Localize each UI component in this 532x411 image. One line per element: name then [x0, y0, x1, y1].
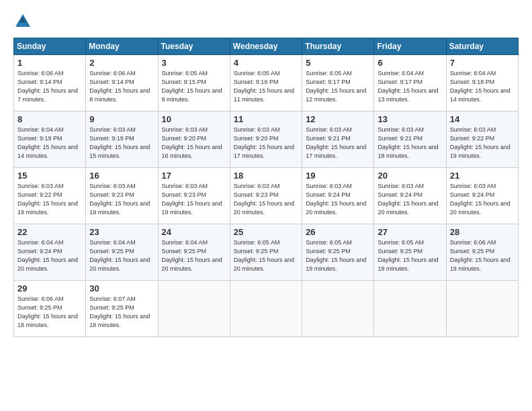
- calendar-cell: [374, 281, 446, 337]
- calendar-week-3: 15 Sunrise: 6:03 AM Sunset: 9:22 PM Dayl…: [14, 168, 519, 224]
- calendar-cell: 11 Sunrise: 6:03 AM Sunset: 9:20 PM Dayl…: [230, 111, 302, 168]
- day-info: Sunrise: 6:05 AM Sunset: 9:25 PM Dayligh…: [306, 238, 370, 273]
- day-info: Sunrise: 6:04 AM Sunset: 9:18 PM Dayligh…: [450, 69, 515, 104]
- calendar-cell: 23 Sunrise: 6:04 AM Sunset: 9:25 PM Dayl…: [86, 224, 158, 281]
- day-info: Sunrise: 6:03 AM Sunset: 9:23 PM Dayligh…: [89, 182, 154, 217]
- day-info: Sunrise: 6:04 AM Sunset: 9:17 PM Dayligh…: [378, 69, 442, 104]
- day-number: 1: [17, 58, 82, 68]
- calendar-cell: 29 Sunrise: 6:06 AM Sunset: 9:25 PM Dayl…: [14, 281, 86, 337]
- header: [13, 12, 519, 31]
- calendar-cell: 2 Sunrise: 6:06 AM Sunset: 9:14 PM Dayli…: [86, 55, 158, 111]
- day-number: 11: [234, 114, 298, 124]
- day-info: Sunrise: 6:03 AM Sunset: 9:21 PM Dayligh…: [306, 126, 370, 161]
- calendar-cell: [158, 281, 230, 337]
- day-info: Sunrise: 6:04 AM Sunset: 9:19 PM Dayligh…: [17, 126, 82, 161]
- calendar-cell: [302, 281, 374, 337]
- weekday-header-row: SundayMondayTuesdayWednesdayThursdayFrid…: [14, 38, 519, 55]
- day-info: Sunrise: 6:03 AM Sunset: 9:24 PM Dayligh…: [378, 182, 442, 217]
- day-info: Sunrise: 6:03 AM Sunset: 9:22 PM Dayligh…: [450, 126, 515, 161]
- day-number: 3: [162, 58, 226, 68]
- day-number: 30: [89, 283, 154, 293]
- calendar-cell: 26 Sunrise: 6:05 AM Sunset: 9:25 PM Dayl…: [302, 224, 374, 281]
- svg-rect-2: [19, 23, 27, 27]
- day-number: 13: [378, 114, 442, 124]
- calendar-cell: 21 Sunrise: 6:03 AM Sunset: 9:24 PM Dayl…: [446, 168, 518, 224]
- day-info: Sunrise: 6:05 AM Sunset: 9:25 PM Dayligh…: [378, 238, 442, 273]
- day-info: Sunrise: 6:03 AM Sunset: 9:23 PM Dayligh…: [162, 182, 226, 217]
- calendar-week-2: 8 Sunrise: 6:04 AM Sunset: 9:19 PM Dayli…: [14, 111, 519, 168]
- day-number: 14: [450, 114, 515, 124]
- day-number: 10: [162, 114, 226, 124]
- day-number: 23: [89, 227, 154, 237]
- calendar-cell: 28 Sunrise: 6:06 AM Sunset: 9:25 PM Dayl…: [446, 224, 518, 281]
- calendar-cell: 19 Sunrise: 6:03 AM Sunset: 9:24 PM Dayl…: [302, 168, 374, 224]
- day-info: Sunrise: 6:03 AM Sunset: 9:24 PM Dayligh…: [306, 182, 370, 217]
- calendar: SundayMondayTuesdayWednesdayThursdayFrid…: [13, 38, 519, 337]
- calendar-cell: 13 Sunrise: 6:03 AM Sunset: 9:21 PM Dayl…: [374, 111, 446, 168]
- day-info: Sunrise: 6:06 AM Sunset: 9:25 PM Dayligh…: [17, 295, 82, 330]
- day-info: Sunrise: 6:04 AM Sunset: 9:24 PM Dayligh…: [17, 238, 82, 273]
- day-info: Sunrise: 6:05 AM Sunset: 9:16 PM Dayligh…: [234, 69, 298, 104]
- page: SundayMondayTuesdayWednesdayThursdayFrid…: [0, 0, 532, 411]
- day-number: 15: [17, 171, 82, 181]
- day-info: Sunrise: 6:04 AM Sunset: 9:25 PM Dayligh…: [162, 238, 226, 273]
- calendar-week-4: 22 Sunrise: 6:04 AM Sunset: 9:24 PM Dayl…: [14, 224, 519, 281]
- calendar-cell: 4 Sunrise: 6:05 AM Sunset: 9:16 PM Dayli…: [230, 55, 302, 111]
- weekday-header-tuesday: Tuesday: [158, 38, 230, 55]
- calendar-cell: 7 Sunrise: 6:04 AM Sunset: 9:18 PM Dayli…: [446, 55, 518, 111]
- day-number: 7: [450, 58, 515, 68]
- day-info: Sunrise: 6:05 AM Sunset: 9:17 PM Dayligh…: [306, 69, 370, 104]
- day-number: 8: [17, 114, 82, 124]
- day-number: 17: [162, 171, 226, 181]
- day-number: 28: [450, 227, 515, 237]
- calendar-cell: 5 Sunrise: 6:05 AM Sunset: 9:17 PM Dayli…: [302, 55, 374, 111]
- day-number: 2: [89, 58, 154, 68]
- day-number: 5: [306, 58, 370, 68]
- day-number: 26: [306, 227, 370, 237]
- calendar-cell: 22 Sunrise: 6:04 AM Sunset: 9:24 PM Dayl…: [14, 224, 86, 281]
- day-number: 18: [234, 171, 298, 181]
- day-info: Sunrise: 6:04 AM Sunset: 9:25 PM Dayligh…: [89, 238, 154, 273]
- day-number: 20: [378, 171, 442, 181]
- calendar-cell: 1 Sunrise: 6:06 AM Sunset: 9:14 PM Dayli…: [14, 55, 86, 111]
- day-info: Sunrise: 6:03 AM Sunset: 9:20 PM Dayligh…: [234, 126, 298, 161]
- day-info: Sunrise: 6:07 AM Sunset: 9:25 PM Dayligh…: [89, 295, 154, 330]
- calendar-cell: 25 Sunrise: 6:05 AM Sunset: 9:25 PM Dayl…: [230, 224, 302, 281]
- day-number: 4: [234, 58, 298, 68]
- day-number: 22: [17, 227, 82, 237]
- day-info: Sunrise: 6:03 AM Sunset: 9:20 PM Dayligh…: [162, 126, 226, 161]
- calendar-cell: 17 Sunrise: 6:03 AM Sunset: 9:23 PM Dayl…: [158, 168, 230, 224]
- calendar-cell: 16 Sunrise: 6:03 AM Sunset: 9:23 PM Dayl…: [86, 168, 158, 224]
- day-number: 27: [378, 227, 442, 237]
- day-info: Sunrise: 6:05 AM Sunset: 9:15 PM Dayligh…: [162, 69, 226, 104]
- calendar-cell: [446, 281, 518, 337]
- day-info: Sunrise: 6:06 AM Sunset: 9:25 PM Dayligh…: [450, 238, 515, 273]
- day-number: 9: [89, 114, 154, 124]
- weekday-header-sunday: Sunday: [14, 38, 86, 55]
- weekday-header-saturday: Saturday: [446, 38, 518, 55]
- day-number: 25: [234, 227, 298, 237]
- calendar-cell: 9 Sunrise: 6:03 AM Sunset: 9:19 PM Dayli…: [86, 111, 158, 168]
- day-info: Sunrise: 6:06 AM Sunset: 9:14 PM Dayligh…: [17, 69, 82, 104]
- calendar-week-5: 29 Sunrise: 6:06 AM Sunset: 9:25 PM Dayl…: [14, 281, 519, 337]
- day-number: 19: [306, 171, 370, 181]
- calendar-cell: 14 Sunrise: 6:03 AM Sunset: 9:22 PM Dayl…: [446, 111, 518, 168]
- day-info: Sunrise: 6:06 AM Sunset: 9:14 PM Dayligh…: [89, 69, 154, 104]
- day-number: 24: [162, 227, 226, 237]
- day-number: 29: [17, 283, 82, 293]
- day-number: 6: [378, 58, 442, 68]
- calendar-cell: [230, 281, 302, 337]
- calendar-week-1: 1 Sunrise: 6:06 AM Sunset: 9:14 PM Dayli…: [14, 55, 519, 111]
- calendar-cell: 15 Sunrise: 6:03 AM Sunset: 9:22 PM Dayl…: [14, 168, 86, 224]
- day-number: 12: [306, 114, 370, 124]
- calendar-cell: 6 Sunrise: 6:04 AM Sunset: 9:17 PM Dayli…: [374, 55, 446, 111]
- day-number: 21: [450, 171, 515, 181]
- day-number: 16: [89, 171, 154, 181]
- calendar-cell: 30 Sunrise: 6:07 AM Sunset: 9:25 PM Dayl…: [86, 281, 158, 337]
- day-info: Sunrise: 6:03 AM Sunset: 9:22 PM Dayligh…: [17, 182, 82, 217]
- calendar-cell: 10 Sunrise: 6:03 AM Sunset: 9:20 PM Dayl…: [158, 111, 230, 168]
- logo: [13, 12, 35, 31]
- weekday-header-friday: Friday: [374, 38, 446, 55]
- day-info: Sunrise: 6:05 AM Sunset: 9:25 PM Dayligh…: [234, 238, 298, 273]
- calendar-cell: 18 Sunrise: 6:03 AM Sunset: 9:23 PM Dayl…: [230, 168, 302, 224]
